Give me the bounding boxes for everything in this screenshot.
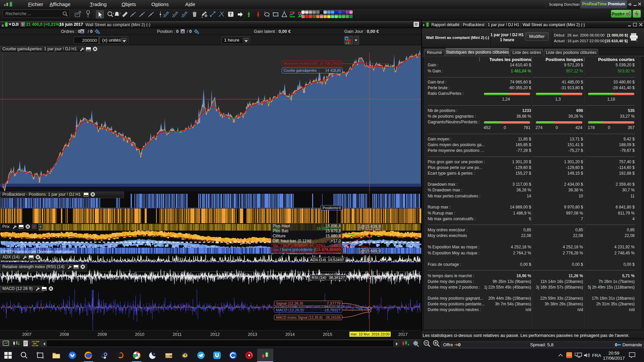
- svg-text:T: T: [229, 12, 232, 17]
